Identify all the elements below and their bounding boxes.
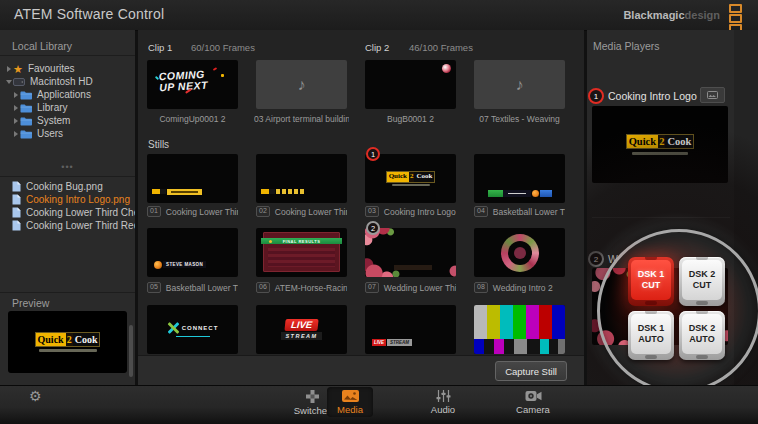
quick2cook-logo: Quick2Cook: [626, 134, 695, 150]
image-file-icon: [12, 194, 21, 205]
clip1-video-thumbnail[interactable]: COMINGUP NEXT: [147, 60, 238, 109]
chevron-right-icon[interactable]: [11, 105, 20, 111]
file-item-selected[interactable]: Cooking Intro Logo.png: [0, 193, 135, 206]
tree-item-applications[interactable]: Applications: [0, 88, 129, 101]
right-panel-edge: [734, 30, 758, 385]
basketball-lower-third-art: STEVE MASON: [147, 228, 238, 277]
media-player1-media-type-button[interactable]: [700, 87, 725, 103]
bug-logo: [442, 64, 451, 73]
file-item[interactable]: Cooking Lower Third Chef.png: [0, 206, 135, 219]
live-stream-corner-art: LIVESTREAM: [365, 305, 456, 354]
tab-audio[interactable]: Audio: [419, 387, 467, 417]
music-note-icon: ♪: [256, 60, 347, 109]
image-file-icon: [12, 207, 21, 218]
tree-item-favourites[interactable]: ★ Favourites: [0, 62, 129, 75]
media-player2-label: W: [608, 253, 618, 265]
coming-up-next-art: COMINGUP NEXT: [147, 60, 238, 109]
folder-icon: [20, 90, 32, 100]
bottom-navigation-bar: ⚙ Switcher Media Audio Camera: [0, 385, 758, 424]
media-pool: Clip 1 60/100 Frames Clip 2 46/100 Frame…: [138, 30, 584, 385]
still-thumbnail-11[interactable]: LIVESTREAM: [365, 305, 456, 354]
still-label: 06ATEM-Horse-Racing-...: [256, 282, 347, 293]
folder-icon: [20, 116, 32, 126]
file-item[interactable]: Cooking Bug.png: [0, 180, 135, 193]
divider: [0, 176, 135, 177]
media-player1-thumbnail[interactable]: Quick2Cook: [592, 106, 728, 183]
library-file-list: Cooking Bug.png Cooking Intro Logo.png C…: [0, 180, 135, 232]
clip2-frames: 46/100 Frames: [409, 42, 473, 53]
tree-item-users[interactable]: Users: [0, 127, 129, 140]
tree-item-library[interactable]: Library: [0, 101, 129, 114]
divider: [592, 217, 730, 218]
clip1-audio-thumbnail[interactable]: ♪: [256, 60, 347, 109]
music-note-icon: ♪: [474, 60, 565, 109]
image-file-icon: [12, 181, 21, 192]
dsk-2-cut-button[interactable]: DSK 2CUT: [679, 257, 725, 306]
switcher-icon: [305, 390, 320, 403]
clip2-video-thumbnail[interactable]: [365, 60, 456, 109]
still-thumbnail-05[interactable]: STEVE MASON: [147, 228, 238, 277]
basketball-scoreboard-art: [474, 154, 565, 203]
divider: [0, 292, 135, 293]
media-players-panel: Media Players 1 Cooking Intro Logo 2 Qui…: [587, 30, 758, 385]
player2-badge: 2: [366, 221, 380, 235]
dsk-2-auto-button[interactable]: DSK 2AUTO: [679, 311, 725, 360]
clip-thumb-label: BugB0001 2: [363, 114, 458, 124]
preview-image: Quick2Cook: [8, 311, 127, 373]
stills-header: Stills: [148, 139, 169, 150]
still-thumbnail-03[interactable]: 1 Quick2Cook: [365, 154, 456, 203]
still-thumbnail-02[interactable]: [256, 154, 347, 203]
cooking-intro-logo-art: Quick2Cook: [365, 154, 456, 203]
file-item[interactable]: Cooking Lower Third Recipe.p...: [0, 219, 135, 232]
still-label: 05Basketball Lower Thi...: [147, 282, 238, 293]
folder-icon: [20, 103, 32, 113]
logo-tagline: [39, 349, 97, 352]
chevron-right-icon[interactable]: [11, 118, 20, 124]
clip2-audio-thumbnail[interactable]: ♪: [474, 60, 565, 109]
clip-thumb-label: 03 Airport terminal building: [254, 114, 349, 124]
still-thumbnail-04[interactable]: [474, 154, 565, 203]
clip-thumb-label: ComingUp0001 2: [145, 114, 240, 124]
left-panel-scrollbar[interactable]: [129, 325, 133, 377]
still-thumbnail-12[interactable]: [474, 305, 565, 354]
capture-still-button[interactable]: Capture Still: [495, 361, 567, 381]
blackmagic-logo-text: Blackmagicdesign: [623, 9, 720, 21]
preview-header: Preview: [12, 297, 49, 309]
image-file-icon: [12, 220, 21, 231]
tree-item-macintosh-hd[interactable]: Macintosh HD: [0, 75, 129, 88]
color-bars-art: [474, 305, 565, 354]
horse-racing-results-art: FINAL RESULTS: [256, 228, 347, 277]
audio-mixer-icon: [436, 390, 451, 402]
library-tree: ★ Favourites Macintosh HD Applications L…: [0, 62, 129, 140]
still-label: 01Cooking Lower Third...: [147, 206, 238, 217]
chevron-right-icon[interactable]: [4, 66, 13, 72]
blackmagic-squares-icon: [729, 4, 742, 33]
chevron-right-icon[interactable]: [11, 92, 20, 98]
dsk-1-cut-button[interactable]: DSK 1CUT: [628, 257, 674, 306]
clip2-name: Clip 2: [365, 42, 389, 53]
local-library-panel: Local Library ★ Favourites Macintosh HD …: [0, 30, 135, 385]
still-thumbnail-08[interactable]: [474, 228, 565, 277]
settings-gear-icon[interactable]: ⚙: [29, 388, 42, 404]
still-thumbnail-07[interactable]: 2: [365, 228, 456, 277]
still-label: 04Basketball Lower Thi...: [474, 206, 565, 217]
tab-media-active[interactable]: Media: [327, 387, 373, 417]
folder-icon: [20, 129, 32, 139]
chevron-right-icon[interactable]: [11, 131, 20, 137]
still-thumbnail-09[interactable]: CONNECT: [147, 305, 238, 354]
still-thumbnail-10[interactable]: LIVESTREAM: [256, 305, 347, 354]
panel-resize-handle[interactable]: •••: [0, 164, 135, 174]
local-library-header: Local Library: [12, 40, 72, 52]
chevron-down-icon[interactable]: [4, 80, 13, 84]
tree-item-system[interactable]: System: [0, 114, 129, 127]
star-icon: ★: [13, 64, 23, 74]
still-thumbnail-06[interactable]: FINAL RESULTS: [256, 228, 347, 277]
tab-camera[interactable]: Camera: [504, 387, 562, 417]
on-air-badge: 1: [366, 147, 380, 161]
still-label: 03Cooking Intro Logo 2: [365, 206, 456, 217]
live-stream-art: LIVESTREAM: [256, 305, 347, 354]
dsk-1-auto-button[interactable]: DSK 1AUTO: [628, 311, 674, 360]
media-icon: [342, 390, 359, 402]
still-thumbnail-01[interactable]: [147, 154, 238, 203]
titlebar: ATEM Software Control Blackmagicdesign: [0, 0, 758, 31]
